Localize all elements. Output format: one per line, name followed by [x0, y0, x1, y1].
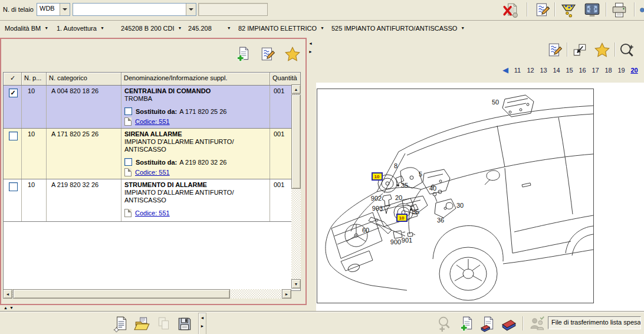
page-number[interactable]: 16 — [579, 67, 586, 74]
callout[interactable]: 902 — [371, 195, 382, 202]
svg-text:10[interactable]: 10 — [399, 215, 405, 221]
previous-page-icon[interactable]: ◀ — [502, 66, 508, 74]
collapse-left-icon[interactable]: ◄ — [308, 41, 313, 46]
callout[interactable]: 5 — [419, 171, 422, 178]
column-header-pos[interactable]: N. p... — [22, 73, 47, 85]
parts-table: ✓ N. p... N. categorico Denominazione/In… — [3, 72, 301, 291]
scroll-right-button[interactable]: ► — [282, 289, 291, 299]
scroll-left-button[interactable]: ◄ — [3, 289, 12, 299]
callout[interactable]: 901 — [402, 237, 412, 244]
scroll-down-button[interactable]: ▼ — [291, 279, 301, 289]
transfer-list-button-disabled[interactable] — [529, 315, 547, 333]
table-empty-area — [4, 222, 300, 290]
favorites-button[interactable] — [593, 41, 611, 59]
column-header-quantity[interactable]: Quantità — [270, 73, 300, 85]
print-button[interactable] — [610, 1, 628, 19]
page-number[interactable]: 14 — [553, 67, 560, 74]
menu-modalita-bm[interactable]: Modalità BM▼ — [5, 25, 48, 32]
scrollbar-thumb[interactable] — [291, 94, 301, 189]
row-checkbox[interactable] — [9, 132, 18, 140]
chevron-down-icon[interactable] — [60, 4, 70, 15]
menu-modello[interactable]: 245208 B 200 CDI▼ — [121, 25, 182, 32]
diagram-canvas[interactable]: 50 8 5 35 902 20 903 40 30 36 35 60 900 … — [317, 89, 594, 303]
callout[interactable]: 903 — [372, 205, 383, 212]
menu-gruppo[interactable]: 82 IMPIANTO ELETTRICO▼ — [238, 25, 324, 32]
column-header-denomination[interactable]: Denominazione/Informazione suppl. — [121, 73, 270, 85]
add-document-button[interactable] — [458, 315, 475, 333]
row-checkbox[interactable]: ✓ — [9, 89, 18, 97]
eraser-button[interactable] — [500, 315, 518, 333]
edit-notes-button[interactable] — [259, 45, 277, 64]
code-link[interactable]: Codice: 551 — [135, 118, 170, 125]
edit-notes-button[interactable] — [546, 41, 564, 59]
aux-field[interactable] — [198, 3, 268, 16]
callout[interactable]: 20 — [395, 194, 402, 201]
add-to-shopping-list-button[interactable] — [234, 45, 252, 64]
edit-notes-button[interactable] — [534, 1, 551, 19]
menu-veicolo[interactable]: 1. Autovettura▼ — [57, 25, 104, 32]
column-header-check[interactable]: ✓ — [4, 73, 22, 85]
substituted-checkbox[interactable] — [124, 107, 132, 115]
callout[interactable]: 35 — [412, 208, 419, 215]
menu-sottogruppo[interactable]: 525 IMPIANTO ANTIFURTO/ANTISCASSO▼ — [331, 25, 465, 32]
callout[interactable]: 40 — [429, 185, 436, 192]
panel-splitter-vertical[interactable]: ◄ ► — [307, 38, 316, 305]
collapse-down-icon[interactable]: ▼ — [9, 306, 14, 310]
scroll-up-button[interactable]: ▲ — [291, 84, 301, 94]
clipped-icon[interactable] — [638, 1, 644, 19]
callout[interactable]: 60 — [362, 227, 369, 234]
substituted-checkbox[interactable] — [124, 158, 132, 166]
svg-text:10[interactable]: 10 — [374, 174, 380, 179]
fit-screen-button[interactable] — [583, 1, 601, 19]
code-link[interactable]: Codice: 551 — [135, 209, 170, 217]
code-page-icon[interactable] — [124, 168, 132, 176]
erase-document-button[interactable] — [479, 315, 497, 333]
callout[interactable]: 36 — [437, 217, 444, 224]
zoom-add-button-disabled[interactable] — [435, 315, 453, 333]
table-row[interactable]: 10 A 171 820 25 26 SIRENA ALLARME IMPIAN… — [4, 129, 300, 179]
collapse-right-icon[interactable]: ► — [308, 50, 313, 54]
table-row[interactable]: 10 A 219 820 32 26 STRUMENTO DI ALLARME … — [4, 179, 300, 222]
copy-list-button[interactable] — [155, 315, 173, 333]
menu-tipo[interactable]: 245.208▼ — [188, 25, 231, 32]
chassis-number-combo[interactable] — [73, 3, 196, 16]
chassis-prefix-combo[interactable]: WDB — [37, 3, 70, 16]
callout[interactable]: 50 — [492, 99, 499, 106]
page-number-current[interactable]: 20 — [630, 67, 638, 74]
column-header-partnumber[interactable]: N. categorico — [47, 73, 121, 85]
chevron-down-icon[interactable] — [186, 4, 196, 15]
page-number[interactable]: 18 — [604, 67, 612, 74]
table-row[interactable]: ✓ 10 A 004 820 18 26 CENTRALINA DI COMAN… — [4, 86, 300, 129]
code-link[interactable]: Codice: 551 — [135, 169, 170, 176]
toolbar-separator — [554, 2, 556, 17]
collapse-right-icon[interactable]: ► — [199, 324, 206, 329]
collapse-left-icon[interactable]: ◄ — [199, 316, 206, 320]
transfer-file-field[interactable]: File di trasferimento lista spesa — [548, 316, 641, 329]
split-view-button[interactable] — [571, 41, 589, 59]
zoom-in-button[interactable] — [618, 41, 636, 59]
callout[interactable]: 900 — [390, 238, 401, 245]
delete-document-button[interactable] — [502, 1, 520, 19]
parts-basket-button[interactable] — [560, 1, 577, 19]
page-number[interactable]: 15 — [566, 67, 573, 74]
scrollbar-thumb[interactable] — [13, 289, 230, 299]
callout[interactable]: 8 — [394, 162, 397, 169]
toolbar-splitter[interactable]: ◄ ► — [198, 313, 206, 334]
code-page-icon[interactable] — [124, 209, 132, 217]
new-list-button[interactable] — [112, 315, 130, 333]
row-checkbox[interactable] — [9, 182, 18, 191]
open-list-button[interactable] — [133, 315, 151, 333]
save-list-button[interactable] — [176, 315, 193, 333]
page-number[interactable]: 12 — [527, 67, 534, 74]
page-number[interactable]: 13 — [540, 67, 547, 74]
page-number[interactable]: 11 — [514, 67, 521, 74]
code-page-icon[interactable] — [124, 117, 132, 126]
collapse-up-icon[interactable]: ▲ — [4, 306, 8, 310]
page-number[interactable]: 19 — [617, 67, 625, 74]
callout[interactable]: 30 — [456, 202, 464, 209]
table-horizontal-scrollbar[interactable]: ◄ ► — [3, 289, 291, 299]
favorites-button[interactable] — [284, 45, 301, 64]
table-vertical-scrollbar[interactable]: ▲ ▼ — [291, 84, 301, 289]
page-number[interactable]: 17 — [592, 67, 599, 74]
callout[interactable]: 35 — [401, 182, 408, 189]
